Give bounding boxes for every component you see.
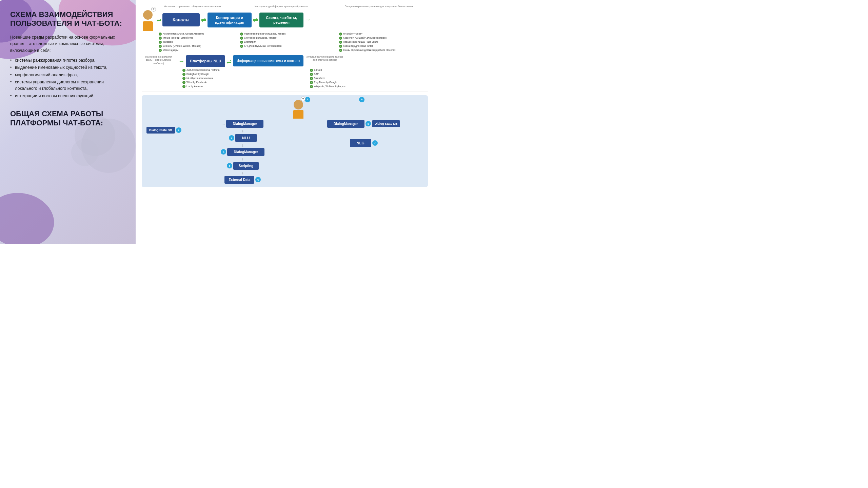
item-1-2: Умные колонки, устройства [159,36,230,40]
body-2 [293,110,303,119]
num-7: 7 [372,140,378,146]
user-head: ? [142,9,154,21]
item-2-4: API для визуальных интерфейсов [240,44,329,48]
info-col: Информационные системы и контент [233,55,303,66]
col-label-2: Иногда исходный формат нужно преобразова… [237,5,325,8]
num-2: 2 [176,127,181,133]
check-i1 [310,69,313,72]
num-5: 5 [227,163,232,168]
down-arrow-1: ↓ [242,129,244,133]
platform-label: (на основе них делается скилы – бизнес-л… [142,55,176,64]
col2-items: Распознавание речи (Nuance, Yandex) Синт… [240,32,329,53]
q-mark-2: ? [301,97,305,101]
check-9 [240,45,243,48]
right-arrow-icon: ⇌ [157,17,161,23]
arrow-icon-3: ⇌ [253,16,258,24]
left-flow-col: Dialog State DB 2 [146,120,181,134]
platform-col: Платформы NLU [186,55,225,67]
dm-row-1: → DialogManager [222,120,263,128]
num-1: 1 [305,97,310,102]
second-row: (на основе них делается скилы – бизнес-л… [142,55,428,67]
nlg-box: NLG [350,139,371,147]
check-p3 [182,77,185,80]
check-14 [339,49,342,52]
down-arrow-3: ↓ [242,157,244,161]
platform-info-items: Just AI Conversational Platform Dialogfl… [182,68,428,89]
check-5 [159,49,162,52]
check-11 [339,37,342,40]
check-p2 [182,73,185,76]
user-figure-bottom: 1 9 ? [293,99,303,119]
dm-box-1: DialogManager [226,120,263,128]
list-item: системы управления диалогом и сохранения… [10,79,125,92]
num-8: 8 [366,121,371,126]
pi-1: Just AI Conversational Platform [182,68,300,72]
item-1-3: Телефон [159,40,230,44]
section-title-2: ОБЩАЯ СХЕМА РАБОТЫ ПЛАТФОРМЫ ЧАТ-БОТА: [10,109,125,127]
user-figure-top: ? [142,9,154,31]
box-konvert: Конвертация и идентификация [208,13,252,28]
box-info: Информационные системы и контент [233,55,303,66]
col-label-1: Иногда нас спрашивают: общение с пользов… [157,5,227,8]
check-p4 [182,81,185,84]
state-db-right: Dialog State DB [372,120,400,127]
platform-items: Just AI Conversational Platform Dialogfl… [182,68,300,89]
check-p5 [182,85,185,88]
arrow-bi: ⇌ [226,58,232,65]
flow-area: 1 9 ? Dialog State DB [142,95,428,187]
item-1-4: Вебчаты (LiveTex, Webim, Threads) [159,44,230,48]
head-2 [294,100,303,109]
right-panel: Иногда нас спрашивают: общение с пользов… [136,0,434,244]
extdata-box: External Data [224,176,254,184]
bullet-list: системы ранжирования гипотез разбора, вы… [10,57,125,99]
info-items: Bitrix24 SAP Salesforce Play Music by Go… [310,68,428,89]
ii-3: Salesforce [310,77,428,80]
center-left-flow: → DialogManager ↓ 3 NLU ↓ 4 DialogManage… [183,120,302,184]
extdata-row: External Data 6 [224,176,261,184]
check-10 [339,33,342,36]
user-body [143,21,153,31]
list-item: выделение именованных сущностей из текст… [10,64,125,71]
arrow-from-db: → [222,122,225,126]
check-8 [240,41,243,44]
arrow-left-1: → [178,58,184,65]
col1-items: Ассистенты (Алиса, Google Assistant) Умн… [159,32,230,53]
top-section: Иногда нас спрашивают: общение с пользов… [142,5,428,92]
check-i4 [310,81,313,84]
num-6: 6 [255,177,261,182]
check-13 [339,45,342,48]
pi-4: Wit.ai by Facebook [182,81,300,84]
question-mark: ? [151,7,156,12]
down-arrow-4: ↓ [242,171,244,175]
item-2-2: Синтез речи (Nuance, Yandex) [240,36,329,40]
list-item: интеграции и вызовы внешних функций. [10,93,125,99]
box-platform: Платформы NLU [186,55,225,67]
item-3-5: Скилы обучающих детских игр робота «Смел… [339,48,428,52]
item-3-3: Навык: заказ пиццы Papa Johns [339,40,428,44]
item-2-1: Распознавание речи (Nuance, Yandex) [240,32,329,36]
ii-2: SAP [310,73,428,76]
check-i5 [310,85,313,88]
pi-5: Lex by Amazon [182,85,300,88]
left-content: СХЕМА ВЗАИМОДЕЙСТВИЯ ПОЛЬЗОВАТЕЛЯ И ЧАТ-… [0,0,136,134]
ii-4: Play Music by Google [310,81,428,84]
right-flow-col: DialogManager 8 Dialog State DB NLG 7 [304,120,423,147]
head-circle [143,10,153,20]
check-1 [159,33,162,36]
check-4 [159,45,162,48]
ii-5: Wikipedia, Wolfram Alpha, etc. [310,85,428,88]
item-2-3: Биометрия [240,40,329,44]
list-item: системы ранжирования гипотез разбора, [10,57,125,64]
down-arrow-2: ↓ [242,143,244,147]
col-label-3: Специализированные решения для конкретны… [335,5,422,8]
info-label: (откуда берутся внешние данные для ответ… [306,55,343,61]
list-item: морфологический анализ фраз, [10,72,125,78]
scripting-box: Scripting [233,162,259,170]
pi-3: Inf.ai by Наносемантика [182,77,300,80]
check-2 [159,37,162,40]
item-1-5: Мессенджеры [159,48,230,52]
dm-box-2: DialogManager [227,148,264,156]
check-7 [240,37,243,40]
statedb-row: Dialog State DB 2 [146,127,181,134]
check-i3 [310,77,313,80]
